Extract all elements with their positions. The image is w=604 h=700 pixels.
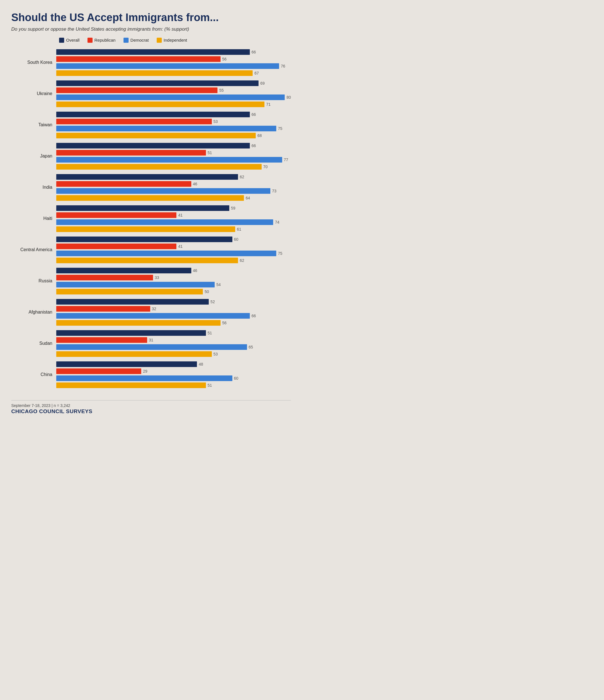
country-label: Sudan	[11, 341, 56, 346]
bar-independent	[56, 70, 252, 76]
bar-row-overall: 66	[56, 49, 291, 55]
bar-value-republican: 41	[178, 213, 183, 217]
bar-row-democrat: 76	[56, 63, 291, 69]
bar-democrat	[56, 126, 276, 131]
bar-value-overall: 52	[211, 300, 215, 304]
country-label: Ukraine	[11, 91, 56, 96]
bar-value-independent: 64	[246, 196, 250, 200]
bar-value-overall: 66	[251, 144, 256, 148]
bar-independent	[56, 320, 221, 326]
bar-overall	[56, 361, 197, 367]
country-label: Russia	[11, 278, 56, 283]
bar-value-democrat: 75	[278, 126, 283, 131]
bar-row-republican: 55	[56, 87, 291, 93]
country-group: Central America60417562	[11, 236, 291, 264]
country-group: India62467364	[11, 174, 291, 201]
chart-subtitle: Do you support or oppose the United Stat…	[11, 26, 291, 32]
bar-row-independent: 68	[56, 132, 291, 139]
bar-value-democrat: 65	[249, 345, 253, 349]
bar-value-independent: 62	[240, 258, 244, 263]
legend-label-independent: Independent	[164, 38, 187, 43]
bar-overall	[56, 205, 229, 211]
country-group: China48296051	[11, 361, 291, 389]
country-label: Haiti	[11, 216, 56, 221]
bar-value-independent: 53	[214, 352, 218, 356]
legend-swatch-republican	[88, 38, 93, 43]
footer: September 7-18, 2023 | n = 3,242 Chicago…	[11, 400, 291, 415]
bar-value-overall: 46	[193, 268, 197, 273]
bars-group: 51316553	[56, 330, 291, 357]
bar-value-republican: 31	[149, 338, 153, 342]
bar-overall	[56, 299, 209, 305]
bar-value-independent: 51	[208, 383, 212, 388]
bar-value-democrat: 66	[251, 314, 256, 318]
bars-group: 46335450	[56, 268, 291, 295]
bars-group: 52326656	[56, 299, 291, 326]
country-label: China	[11, 372, 56, 377]
bar-independent	[56, 258, 238, 263]
bar-value-independent: 70	[263, 165, 268, 169]
bars-group: 66537568	[56, 111, 291, 139]
country-label: Afghanistan	[11, 310, 56, 315]
bar-row-republican: 56	[56, 56, 291, 62]
bar-democrat	[56, 63, 279, 69]
bar-value-republican: 32	[152, 306, 156, 311]
bars-group: 59417461	[56, 205, 291, 232]
bar-independent	[56, 195, 244, 201]
bars-group: 48296051	[56, 361, 291, 389]
bar-overall	[56, 268, 191, 273]
bar-value-overall: 59	[231, 206, 236, 210]
bar-value-independent: 61	[237, 227, 241, 231]
bar-value-democrat: 73	[272, 189, 276, 193]
bar-republican	[56, 56, 221, 62]
bar-value-democrat: 77	[284, 157, 288, 162]
bar-overall	[56, 330, 206, 336]
bar-democrat	[56, 375, 232, 381]
bar-value-overall: 62	[240, 175, 244, 179]
bar-value-democrat: 54	[216, 282, 221, 287]
bar-row-overall: 48	[56, 361, 291, 367]
bar-row-independent: 56	[56, 320, 291, 326]
bar-overall	[56, 174, 238, 180]
bar-row-independent: 53	[56, 351, 291, 357]
bar-independent	[56, 133, 256, 139]
bar-overall	[56, 236, 232, 242]
legend-item-overall: Overall	[59, 38, 80, 43]
bars-group: 60417562	[56, 236, 291, 264]
bar-row-republican: 29	[56, 368, 291, 374]
legend-label-republican: Republican	[95, 38, 116, 43]
bar-independent	[56, 226, 235, 232]
bar-value-independent: 68	[258, 133, 262, 138]
country-label: India	[11, 185, 56, 190]
bar-row-independent: 62	[56, 257, 291, 264]
bar-row-overall: 46	[56, 268, 291, 274]
bar-row-independent: 51	[56, 382, 291, 389]
bar-republican	[56, 306, 150, 311]
bar-row-independent: 71	[56, 101, 291, 107]
bar-value-republican: 29	[143, 369, 147, 374]
bar-row-republican: 53	[56, 118, 291, 125]
bar-value-overall: 51	[208, 331, 212, 335]
bars-group: 66517770	[56, 143, 291, 170]
bar-row-republican: 41	[56, 243, 291, 249]
bar-overall	[56, 49, 250, 55]
bar-republican	[56, 119, 212, 124]
bar-republican	[56, 212, 176, 218]
bar-democrat	[56, 157, 282, 162]
bar-democrat	[56, 251, 276, 256]
legend-item-democrat: Democrat	[123, 38, 149, 43]
bar-democrat	[56, 282, 215, 288]
bar-value-democrat: 80	[286, 95, 291, 100]
bar-row-independent: 64	[56, 195, 291, 201]
bars-group: 69558071	[56, 80, 291, 107]
bar-republican	[56, 275, 153, 280]
bar-value-democrat: 76	[281, 64, 285, 68]
bar-row-overall: 51	[56, 330, 291, 336]
bar-independent	[56, 102, 264, 107]
legend-label-overall: Overall	[66, 38, 80, 43]
bar-row-independent: 70	[56, 164, 291, 170]
legend-item-independent: Independent	[157, 38, 187, 43]
bar-value-democrat: 75	[278, 251, 283, 256]
bar-democrat	[56, 344, 247, 350]
bar-value-overall: 66	[251, 50, 256, 54]
